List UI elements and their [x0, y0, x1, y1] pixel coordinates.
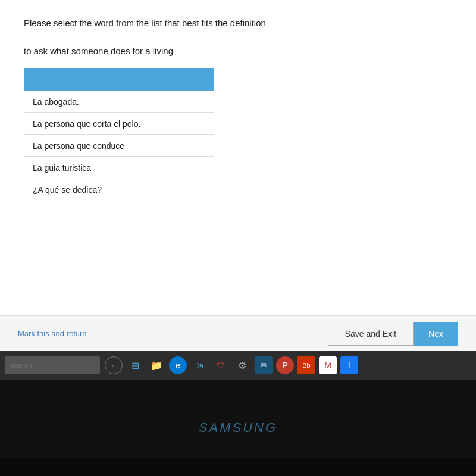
- option-3[interactable]: La persona que conduce: [24, 135, 214, 157]
- option-2[interactable]: La persona que corta el pelo.: [24, 113, 214, 135]
- answer-dropdown[interactable]: La abogada. La persona que corta el pelo…: [24, 68, 214, 201]
- store-icon[interactable]: 🛍: [190, 356, 208, 374]
- main-content: Please select the word from the list tha…: [0, 0, 476, 351]
- edge-browser-icon[interactable]: e: [169, 356, 187, 374]
- facebook-icon[interactable]: f: [340, 356, 358, 374]
- mark-return-link[interactable]: Mark this and return: [18, 329, 87, 338]
- blackboard-icon[interactable]: Bb: [298, 356, 315, 374]
- taskbar-icons: ○ ⊟ 📁 e 🛍 🛡 ⚙ ✉ P Bb M f: [105, 356, 358, 374]
- antivirus-icon[interactable]: 🛡: [212, 356, 230, 374]
- action-buttons: Save and Exit Nex: [328, 322, 458, 346]
- search-input[interactable]: [5, 356, 100, 374]
- action-bar: Mark this and return Save and Exit Nex: [0, 315, 476, 351]
- task-view-icon[interactable]: ⊟: [126, 356, 144, 374]
- search-icon[interactable]: ○: [105, 356, 123, 374]
- pinterest-icon[interactable]: P: [276, 356, 294, 374]
- dropdown-selected-item[interactable]: [24, 68, 214, 91]
- taskbar-top: ○ ⊟ 📁 e 🛍 🛡 ⚙ ✉ P Bb M f: [0, 351, 476, 380]
- taskbar: ○ ⊟ 📁 e 🛍 🛡 ⚙ ✉ P Bb M f SAMSUNG: [0, 351, 476, 476]
- next-button[interactable]: Nex: [414, 322, 458, 346]
- instruction-text: Please select the word from the list tha…: [24, 18, 452, 28]
- mail-icon[interactable]: ✉: [255, 356, 273, 374]
- folder-icon[interactable]: 📁: [148, 356, 165, 374]
- dark-strip: [0, 458, 476, 476]
- samsung-logo: SAMSUNG: [199, 420, 277, 436]
- option-4[interactable]: La guia turistica: [24, 157, 214, 179]
- gmail-icon[interactable]: M: [319, 356, 337, 374]
- save-exit-button[interactable]: Save and Exit: [328, 322, 414, 346]
- settings-icon[interactable]: ⚙: [233, 356, 251, 374]
- option-1[interactable]: La abogada.: [24, 91, 214, 113]
- option-5[interactable]: ¿A qué se dedica?: [24, 179, 214, 201]
- definition-text: to ask what someone does for a living: [24, 46, 452, 56]
